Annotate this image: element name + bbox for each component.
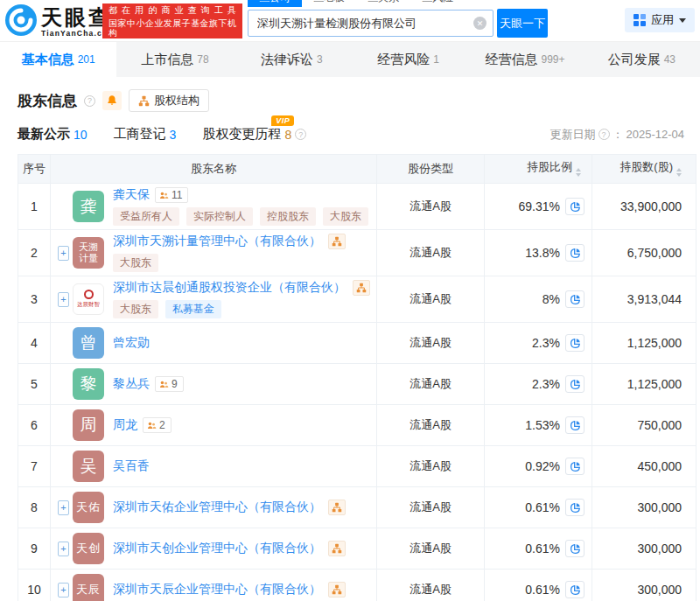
- expand-button[interactable]: [58, 246, 69, 261]
- equity-structure-icon[interactable]: [328, 582, 346, 598]
- search-tab-boss[interactable]: 查老板: [302, 0, 356, 7]
- tianyancha-logo[interactable]: 天眼查 TianYanCha.com: [5, 4, 116, 39]
- equity-structure-icon[interactable]: [353, 280, 370, 296]
- sort-icon: [576, 165, 581, 179]
- avatar: 天辰: [73, 574, 104, 601]
- shareholder-tag: 私募基金: [165, 300, 221, 318]
- pie-chart-icon[interactable]: [565, 581, 584, 598]
- shareholder-tag: 大股东: [113, 300, 158, 318]
- pie-chart-icon[interactable]: [565, 244, 584, 262]
- partner-count-badge[interactable]: 11: [155, 187, 188, 203]
- equity-structure-icon[interactable]: [328, 541, 346, 556]
- promo-banner: 都在用的商业查询工具 国家中小企业发展子基金旗下机构: [102, 3, 242, 38]
- expand-button[interactable]: [58, 542, 69, 556]
- row-index: 8: [18, 487, 51, 528]
- section-title: 股东信息: [18, 91, 77, 111]
- shareholder-section: 股东信息 股权结构 最新公示 10 工商登记 3: [0, 90, 700, 601]
- row-index: 2: [18, 230, 51, 276]
- top-header: 天眼查 TianYanCha.com 都在用的商业查询工具 国家中小企业发展子基…: [0, 0, 700, 42]
- shareholder-name-link[interactable]: 深圳市天创企业管理中心（有限合伙）: [113, 541, 321, 556]
- col-header-ratio-sort[interactable]: 持股比例: [485, 155, 592, 184]
- share-type: 流通A股: [377, 364, 485, 405]
- tab-basic-info[interactable]: 基本信息201: [0, 42, 116, 77]
- notification-bell-button[interactable]: [102, 91, 122, 110]
- shareholder-tag: 实际控制人: [186, 207, 253, 226]
- apps-label: 应用: [651, 12, 674, 28]
- help-icon[interactable]: [84, 95, 95, 107]
- share-type: 流通A股: [377, 405, 485, 446]
- shareholder-name-link[interactable]: 深圳市天溯计量管理中心（有限合伙）: [113, 234, 321, 249]
- share-count: 750,000: [592, 405, 696, 446]
- share-count: 300,000: [592, 487, 696, 528]
- subtab-business-registration[interactable]: 工商登记 3: [114, 126, 177, 143]
- pie-chart-icon[interactable]: [565, 499, 584, 516]
- tab-legal-litigation[interactable]: 法律诉讼3: [234, 42, 350, 77]
- pie-chart-icon[interactable]: [565, 540, 584, 557]
- search-tab-company[interactable]: 查公司: [248, 0, 302, 7]
- tab-listing-info[interactable]: 上市信息78: [116, 42, 233, 77]
- promo-line-1: 都在用的商业查询工具: [108, 5, 236, 15]
- shareholder-name-link[interactable]: 深圳市天辰企业管理中心（有限合伙）: [113, 582, 321, 598]
- avatar: 天佑: [73, 492, 104, 523]
- search-submit-button[interactable]: 天眼一下: [497, 9, 548, 38]
- ratio-value: 0.61%: [525, 500, 560, 514]
- row-index: 9: [18, 528, 51, 570]
- ratio-value: 69.31%: [519, 199, 560, 213]
- col-header-shares-sort[interactable]: 持股数(股): [592, 155, 696, 184]
- pie-chart-icon[interactable]: [565, 416, 584, 434]
- shareholder-name-link[interactable]: 曾宏勋: [113, 335, 150, 351]
- tab-operating-risk[interactable]: 经营风险1: [350, 42, 466, 77]
- row-index: 3: [18, 276, 51, 323]
- partner-count-badge[interactable]: 9: [155, 376, 184, 392]
- expand-button[interactable]: [58, 583, 69, 598]
- shareholder-tag: 大股东: [323, 207, 368, 226]
- subtab-equity-change-history[interactable]: VIP 股权变更历程 8: [202, 126, 306, 143]
- avatar: 天溯计量: [73, 237, 104, 269]
- share-type: 流通A股: [377, 230, 485, 276]
- help-icon[interactable]: [295, 129, 306, 140]
- equity-structure-icon[interactable]: [328, 500, 346, 515]
- clear-search-icon[interactable]: [473, 17, 486, 30]
- pie-chart-icon[interactable]: [565, 334, 584, 352]
- vip-badge: VIP: [271, 115, 294, 126]
- col-header-share-type: 股份类型: [377, 155, 485, 184]
- shareholder-tag: 大股东: [113, 254, 158, 272]
- expand-button[interactable]: [58, 500, 69, 515]
- equity-structure-button[interactable]: 股权结构: [129, 89, 209, 112]
- avatar: 龚: [73, 191, 104, 222]
- apps-menu-button[interactable]: 应用: [625, 8, 695, 32]
- table-row: 10 天辰 深圳市天辰企业管理中心（有限合伙） 流通A股 0.61% 300,0…: [18, 570, 696, 601]
- tab-operating-info[interactable]: 经营信息999+: [466, 42, 583, 77]
- org-chart-icon: [138, 95, 150, 107]
- avatar: 周: [73, 409, 104, 441]
- shareholder-name-link[interactable]: 龚天保: [113, 187, 150, 203]
- ratio-value: 13.8%: [525, 246, 560, 260]
- subtab-latest-disclosure[interactable]: 最新公示 10: [18, 126, 88, 143]
- shareholder-name-link[interactable]: 深圳市达晨创通股权投资企业（有限合伙）: [113, 280, 346, 296]
- avatar: 天创: [73, 533, 104, 564]
- tab-company-development[interactable]: 公司发展43: [584, 42, 700, 77]
- chevron-down-icon: [679, 18, 686, 26]
- ratio-value: 0.61%: [525, 583, 560, 597]
- search-tab-relation[interactable]: 查关系: [356, 0, 410, 7]
- shareholder-name-link[interactable]: 黎丛兵: [113, 376, 150, 392]
- company-search-input[interactable]: [248, 10, 494, 37]
- partner-count-badge[interactable]: 2: [143, 417, 172, 433]
- search-tab-risk[interactable]: 查风险: [410, 0, 465, 7]
- company-nav-tabs: 基本信息201 上市信息78 法律诉讼3 经营风险1 经营信息999+ 公司发展…: [0, 42, 700, 77]
- shareholder-name-link[interactable]: 深圳市天佑企业管理中心（有限合伙）: [113, 500, 321, 515]
- pie-chart-icon[interactable]: [565, 375, 584, 393]
- shareholder-name-link[interactable]: 周龙: [113, 417, 137, 433]
- pie-chart-icon[interactable]: [565, 198, 584, 215]
- expand-button[interactable]: [58, 292, 69, 307]
- search-area: 查公司 查老板 查关系 查风险 天眼一下: [248, 0, 550, 38]
- shareholder-tag: 受益所有人: [113, 207, 179, 226]
- table-row: 3 达晨财智 深圳市达晨创通股权投资企业（有限合伙）: [18, 276, 696, 323]
- help-icon[interactable]: [598, 129, 610, 140]
- pie-chart-icon[interactable]: [565, 458, 584, 475]
- share-count: 450,000: [592, 446, 696, 487]
- pie-chart-icon[interactable]: [565, 290, 584, 308]
- equity-structure-icon[interactable]: [328, 234, 346, 249]
- shareholder-name-link[interactable]: 吴百香: [113, 458, 150, 474]
- share-type: 流通A股: [377, 446, 485, 487]
